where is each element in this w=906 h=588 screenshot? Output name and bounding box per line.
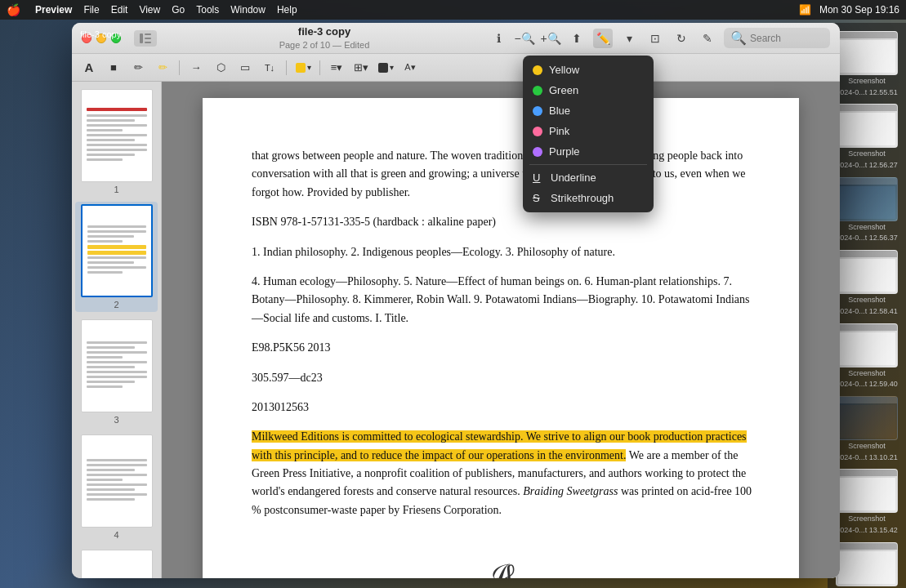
zoom-out-button[interactable]: −🔍 [515,29,534,48]
dropdown-purple[interactable]: Purple [523,141,654,162]
blue-label: Blue [549,105,570,117]
pencil-tool-button[interactable]: ✏ [127,59,149,77]
yellow-label: Yellow [549,64,579,76]
doc-para-2: ISBN 978-1-57131-335-5 (hardback : alkal… [252,213,754,231]
blue-color-dot [533,106,542,116]
screenshot-item-6[interactable]: Screenshot 2024-0...t 13.10.21 [833,396,900,462]
apple-menu-icon[interactable]: 🍎 [7,3,20,16]
view-button[interactable]: ⊞▾ [350,59,372,77]
text-font-button[interactable]: A▾ [399,59,421,77]
toolbar-separator-1 [179,60,180,75]
underline-label: Underline [551,172,596,184]
page-thumb-5[interactable]: 5 [75,547,158,578]
sidebar-toggle-button[interactable] [134,30,157,47]
menubar: 🍎 Preview File Edit View Go Tools Window… [0,0,906,20]
doc-para-6: 305.597—dc23 [252,369,754,387]
wifi-icon[interactable]: 📶 [799,4,811,16]
toolbar-separator-3 [319,60,320,75]
page-label-4: 4 [114,530,118,540]
menu-view[interactable]: View [139,4,160,16]
screenshot-label-7: Screenshot [848,514,886,524]
screenshot-label-3: Screenshot [848,223,886,233]
text-tool-button[interactable]: A [78,59,100,77]
thumb-image-1 [81,89,153,182]
markup-dropdown-button[interactable]: ▾ [619,29,639,48]
info-button[interactable]: ℹ [489,29,508,48]
border-color-button[interactable]: ▾ [375,59,396,77]
page-thumb-2[interactable]: 2 [75,202,158,312]
doc-para-3: 1. Indian philosophy. 2. Indigenous peop… [252,243,754,261]
dropdown-yellow[interactable]: Yellow [523,60,654,80]
dropdown-green[interactable]: Green [523,80,654,100]
screenshot-label-6: Screenshot [848,442,886,452]
purple-color-dot [533,147,542,157]
align-button[interactable]: ≡▾ [326,59,347,77]
menu-file[interactable]: File [83,4,99,16]
screenshot-item-1[interactable]: Screenshot 2024-0...t 12.55.51 [833,31,900,97]
underline-icon: U [533,172,544,184]
pink-label: Pink [549,125,569,137]
document-area[interactable]: that grows between people and nature. Th… [162,82,840,578]
doc-para-1: that grows between people and nature. Th… [252,147,754,202]
menu-go[interactable]: Go [172,4,185,16]
shape-tool-button[interactable]: ⬡ [210,59,231,77]
dropdown-separator [529,164,647,165]
color-swatch-button[interactable]: ▾ [292,59,314,77]
dropdown-strikethrough[interactable]: S Strikethrough [523,188,654,208]
arrow-tool-button[interactable]: → [185,59,207,77]
app-name[interactable]: Preview [35,4,72,16]
screenshot-label-2: Screenshot [848,149,886,159]
preview-window: file-3 copy Page 2 of 10 — Edited ℹ −🔍 +… [72,23,840,578]
menu-tools[interactable]: Tools [196,4,219,16]
menu-help[interactable]: Help [277,4,297,16]
screenshot-item-3[interactable]: Screenshot 2024-0...t 12.56.37 [833,177,900,243]
highlight-tool-button[interactable]: ✏ [152,59,173,77]
dropdown-blue[interactable]: Blue [523,100,654,121]
screenshot-item-8[interactable]: Screenshot 2024-0...t 13.15.57 [833,542,900,588]
crop-button[interactable]: ⊡ [645,29,665,48]
doc-para-4: 4. Human ecology—Philosophy. 5. Nature—E… [252,273,754,327]
screenshot-thumb-2 [836,104,898,148]
text-style-button[interactable]: T↓ [259,59,280,77]
titlebar-center: file-3 copy Page 2 of 10 — Edited [167,25,482,51]
border-tool-button[interactable]: ▭ [234,59,256,77]
screenshot-item-2[interactable]: Screenshot 2024-0...t 12.56.27 [833,104,900,170]
strikethrough-icon: S [533,192,544,204]
signature-area: 𝒥ℓ [252,552,754,578]
search-icon: 🔍 [730,30,747,46]
dropdown-underline[interactable]: U Underline [523,167,654,188]
search-box[interactable]: 🔍 [724,28,830,48]
annotate-button[interactable]: ✎ [698,29,717,48]
rotate-button[interactable]: ↻ [672,29,691,48]
screenshot-thumb-5 [836,323,898,368]
page-thumb-4[interactable]: 4 [75,432,158,542]
strikethrough-label: Strikethrough [551,192,614,204]
markup-button[interactable]: ✏️ [593,29,613,48]
page-thumb-3[interactable]: 3 [75,317,158,427]
zoom-in-button[interactable]: +🔍 [541,29,560,48]
screenshot-thumb-4 [836,250,898,294]
screenshot-item-4[interactable]: Screenshot 2024-0...t 12.58.41 [833,250,900,316]
titlebar-tools: ℹ −🔍 +🔍 ⬆ ✏️ ▾ ⊡ ↻ ✎ 🔍 [489,28,830,48]
toolbar-separator-2 [286,60,287,75]
green-label: Green [549,84,578,96]
screenshot-thumb-3 [836,177,898,221]
screenshot-label-4: Screenshot [848,296,886,305]
doc-para-5: E98.P5K56 2013 [252,339,754,357]
page-label-3: 3 [114,415,118,425]
screenshot-item-5[interactable]: Screenshot 2024-0...t 12.59.40 [833,323,900,390]
screenshot-item-7[interactable]: Screenshot 2024-0...t 13.15.42 [833,469,900,535]
menu-window[interactable]: Window [230,4,266,16]
dropdown-pink[interactable]: Pink [523,121,654,141]
svg-rect-1 [145,33,151,35]
page-thumb-1[interactable]: 1 [75,87,158,197]
rect-tool-button[interactable]: ■ [103,59,124,77]
thumb-image-5 [81,550,153,578]
window-title: file-3 copy [298,25,350,39]
search-input[interactable] [750,33,832,44]
screenshot-sublabel-6: 2024-0...t 13.10.21 [836,453,898,463]
menu-edit[interactable]: Edit [111,4,128,16]
share-button[interactable]: ⬆ [567,29,587,48]
thumb-image-3 [81,319,153,412]
purple-label: Purple [549,145,580,158]
